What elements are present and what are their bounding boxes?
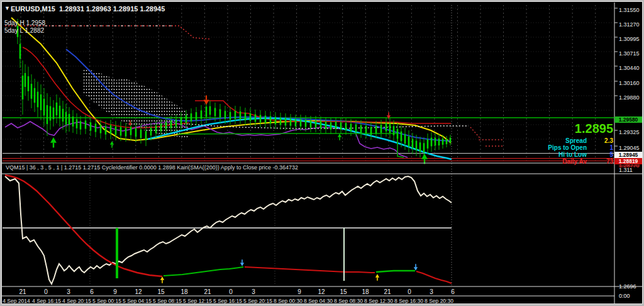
info-label: Daily Av [562, 158, 587, 165]
info-row-daily-av: Daily Av73 [487, 158, 613, 164]
current-price-readout: 1.2895 [575, 122, 613, 136]
info-row-spread: Spread2.3 [487, 137, 613, 144]
date-tick-label: 8 Sep 20:30 [425, 298, 453, 304]
up-arrow-icon [50, 137, 57, 143]
hour-tick-label: 9 [297, 288, 301, 295]
hour-tick-label: 0 [408, 288, 411, 295]
down-arrow-icon [204, 100, 209, 105]
vq-red-3 [416, 271, 452, 283]
date-tick-label: 5 Sep 20:15 [243, 298, 272, 304]
hour-tick-label: 15 [340, 288, 347, 295]
info-value: 2.3 [587, 137, 613, 144]
hour-tick-label: 18 [362, 288, 369, 295]
date-tick-label: 5 Sep 16:15 [213, 298, 242, 304]
up-arrow-icon [421, 154, 428, 159]
info-row-hi-to-low: Hi to Low5 [487, 151, 613, 157]
info-value: 1 [587, 144, 613, 151]
date-tick-label: 5 Sep 12:15 [183, 298, 212, 304]
green-support [177, 133, 404, 157]
hour-tick-label: 3 [67, 288, 70, 295]
info-label: Spread [565, 137, 587, 144]
hour-tick-label: 18 [180, 288, 187, 295]
chart-window[interactable]: ▼ EURUSD,M15 1.28931 1.28963 1.28915 1.2… [2, 2, 642, 303]
info-value: 73 [587, 158, 613, 165]
vq-red-1 [5, 175, 162, 276]
info-value: 5 [587, 151, 613, 158]
hour-tick-label: 12 [318, 288, 325, 295]
date-tick-label: 8 Sep 00:30 [274, 298, 303, 304]
hour-tick-label: 12 [135, 288, 142, 295]
vq-green-1 [164, 267, 243, 276]
kairi-white [5, 176, 452, 284]
down-arrow-icon [240, 263, 244, 266]
date-tick-label: 4 Sep 20:15 [62, 298, 91, 304]
up-arrow-icon [110, 141, 114, 145]
hour-tick-label: 0 [229, 288, 233, 295]
terminal-window: ▼ EURUSD,M15 1.28931 1.28963 1.28915 1.2… [0, 0, 644, 306]
info-row-pips-to-open: Pips to Open1 [487, 144, 613, 150]
date-tick-label: 8 Sep 12:30 [364, 298, 393, 304]
date-tick-label: 8 Sep 08:30 [334, 298, 363, 304]
hour-tick-label: 6 [451, 288, 455, 295]
hour-tick-label: 3 [252, 288, 255, 295]
hour-tick-label: 6 [90, 288, 94, 295]
cycle-spike [116, 228, 118, 278]
hour-tick-label: 21 [204, 288, 211, 295]
hour-tick-label: 21 [384, 288, 391, 295]
info-label: Hi to Low [558, 151, 587, 158]
hour-tick-label: 15 [157, 288, 164, 295]
date-tick-label: 4 Sep 16:15 [32, 298, 61, 304]
date-tick-label: 8 Sep 04:30 [304, 298, 333, 304]
hour-tick-label: 9 [113, 288, 117, 295]
up-arrow-icon [160, 276, 164, 280]
price-marker-box: 1.28819 [614, 158, 642, 164]
hour-tick-label: 21 [19, 288, 26, 295]
date-tick-label: 4 Sep 2014 [3, 298, 30, 304]
red-dotted-top [5, 26, 211, 39]
vq-red-2 [245, 267, 375, 273]
price-marker-box: 1.28945 [614, 152, 642, 158]
up-arrow-icon [375, 274, 379, 278]
date-tick-label: 8 Sep 16:30 [394, 298, 423, 304]
date-tick-label: 5 Sep 00:15 [92, 298, 121, 304]
hour-tick-label: 0 [44, 288, 48, 295]
date-tick-label: 5 Sep 04:15 [123, 298, 152, 304]
vq-green-2 [376, 271, 415, 272]
hour-tick-label: 3 [430, 288, 433, 295]
chart-menu-arrow-icon[interactable]: ▼ [4, 5, 10, 11]
date-tick-label: 5 Sep 08:15 [153, 298, 182, 304]
info-label: Pips to Open [548, 144, 587, 151]
price-marker-box: 1.29580 [614, 116, 642, 123]
cycle-spike [343, 228, 345, 281]
